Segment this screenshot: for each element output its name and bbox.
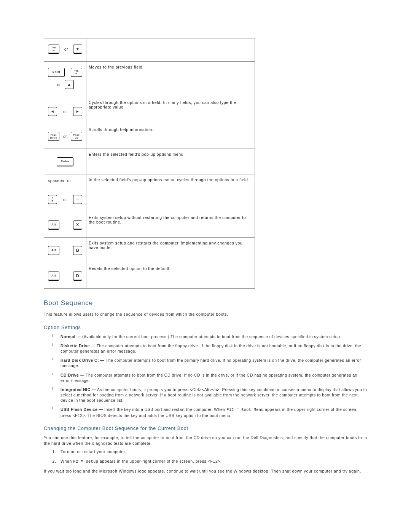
table-row: ◂ or ▸ Cycles through the options in a f…: [44, 97, 255, 124]
code-f12-boot: F12 = Boot Menu: [226, 408, 264, 412]
key-description: [86, 38, 255, 62]
list-item: USB Flash Device — Insert the key into a…: [52, 407, 367, 418]
spacebar-label: spacebar or: [46, 178, 84, 183]
key-cell: ◂ or ▸: [44, 97, 86, 124]
step-item: Turn on or restart your computer.: [57, 449, 367, 455]
tab-key-icon: Tab⇥: [71, 68, 82, 77]
option-settings-list: Normal — (Available only for the current…: [52, 334, 367, 418]
key-cell: Page Down or Page Up: [44, 124, 86, 149]
right-arrow-key-icon: ▸: [73, 107, 82, 116]
minus-key-icon: –: [73, 195, 82, 204]
x-key-icon: X: [73, 220, 82, 230]
left-arrow-key-icon: ◂: [48, 107, 57, 116]
alt-key-icon: Alt: [48, 220, 59, 230]
key-cell: Alt X: [44, 212, 86, 238]
list-item: CD Drive — The computer attempts to boot…: [52, 372, 367, 383]
list-item: Normal — (Available only for the current…: [52, 334, 367, 339]
table-row: Alt X Exits system setup without restart…: [44, 212, 255, 238]
code-f2-setup: F2 = Setup: [73, 460, 98, 464]
key-description: In the selected field's pop-up options m…: [86, 174, 255, 212]
table-row: Alt B Exits system setup and restarts th…: [44, 238, 255, 263]
key-cell: Shift Tab⇥ or ▴: [44, 62, 86, 97]
enter-key-icon: Enter: [57, 157, 73, 166]
or-label: or: [64, 47, 68, 51]
table-row: Page Down or Page Up Scrolls through hel…: [44, 124, 255, 149]
heading-option-settings: Option Settings: [44, 325, 367, 330]
tab-key-icon: Tab⇥: [48, 45, 59, 54]
key-cell: Enter: [44, 149, 86, 174]
alt-key-icon: Alt: [48, 246, 59, 255]
up-arrow-key-icon: ▴: [65, 80, 74, 89]
plus-key-icon: +=: [48, 195, 57, 204]
table-row: Shift Tab⇥ or ▴ Moves to the previous fi…: [44, 62, 255, 97]
or-label: or: [63, 198, 67, 202]
down-arrow-key-icon: ▾: [73, 45, 82, 54]
key-cell: Alt D: [44, 263, 86, 289]
table-row: Tab⇥ or ▾: [44, 38, 255, 62]
list-item: Hard Disk Drive C: — The computer attemp…: [52, 358, 367, 368]
heading-boot-sequence: Boot Sequence: [44, 299, 367, 307]
table-row: Enter Enters the selected field's pop-up…: [44, 149, 255, 174]
alt-key-icon: Alt: [48, 272, 59, 281]
list-item: Diskette Drive — The computer attempts t…: [52, 343, 367, 354]
key-description: Exits system setup without restarting th…: [86, 212, 255, 238]
key-description: Resets the selected option to the defaul…: [86, 263, 255, 289]
key-description: Enters the selected field's pop-up optio…: [86, 149, 255, 174]
key-cell: Tab⇥ or ▾: [44, 38, 86, 62]
page-down-key-icon: Page Down: [48, 132, 59, 141]
wait-note: If you wait too long and the Microsoft W…: [44, 468, 367, 474]
shift-key-icon: Shift: [48, 68, 65, 77]
key-cell: spacebar or += or –: [44, 174, 86, 212]
key-description: Exits system setup and restarts the comp…: [86, 238, 255, 263]
b-key-icon: B: [73, 246, 82, 255]
boot-sequence-intro: This feature allows users to change the …: [44, 312, 367, 317]
table-row: Alt D Resets the selected option to the …: [44, 263, 255, 289]
steps-list: Turn on or restart your computer. When F…: [52, 449, 367, 465]
keyboard-shortcuts-table: Tab⇥ or ▾ Shift Tab⇥ or ▴ Moves to the p…: [44, 38, 255, 289]
list-item: Integrated NIC — As the computer boots, …: [52, 387, 367, 403]
heading-changing-boot: Changing the Computer Boot Sequence for …: [44, 426, 367, 431]
changing-intro: You can use this feature, for example, t…: [44, 435, 367, 446]
step-item: When F2 = Setup appears in the upper-rig…: [57, 459, 367, 465]
page-up-key-icon: Page Up: [71, 132, 82, 141]
key-description: Moves to the previous field.: [86, 62, 255, 97]
or-label: or: [63, 110, 67, 114]
key-description: Scrolls through help information.: [86, 124, 255, 149]
or-label: or: [57, 83, 61, 87]
d-key-icon: D: [73, 272, 82, 281]
or-label: or: [63, 134, 67, 139]
table-row: spacebar or += or – In the selected fiel…: [44, 174, 255, 212]
key-description: Cycles through the options in a field. I…: [86, 97, 255, 124]
key-cell: Alt B: [44, 238, 86, 263]
